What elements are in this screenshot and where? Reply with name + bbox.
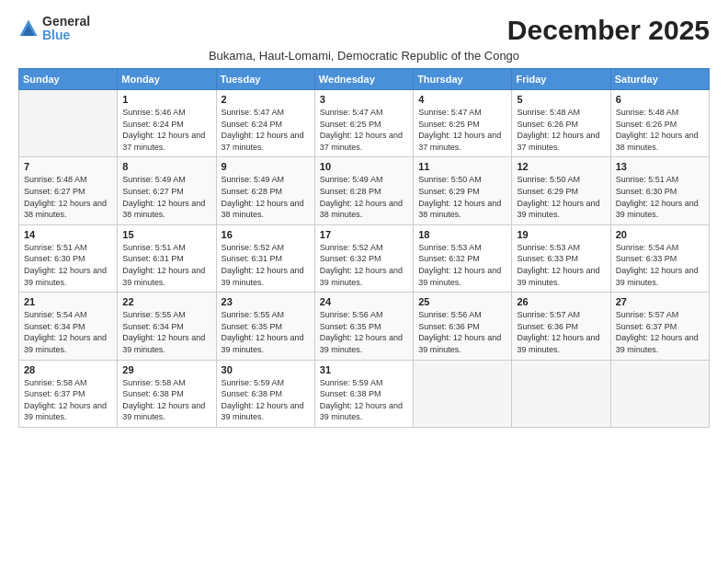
day-info: Sunrise: 5:48 AMSunset: 6:26 PMDaylight:… xyxy=(616,107,704,153)
daylight-text: Daylight: 12 hours and 39 minutes. xyxy=(616,199,699,220)
calendar-cell: 29Sunrise: 5:58 AMSunset: 6:38 PMDayligh… xyxy=(118,360,216,427)
daylight-text: Daylight: 12 hours and 37 minutes. xyxy=(517,131,599,152)
sunset-text: Sunset: 6:24 PM xyxy=(122,120,184,129)
day-number: 28 xyxy=(24,364,112,375)
day-info: Sunrise: 5:59 AMSunset: 6:38 PMDaylight:… xyxy=(222,377,310,423)
day-number: 1 xyxy=(122,94,210,105)
day-info: Sunrise: 5:57 AMSunset: 6:37 PMDaylight:… xyxy=(616,309,704,355)
sunrise-text: Sunrise: 5:46 AM xyxy=(122,108,186,117)
sunrise-text: Sunrise: 5:48 AM xyxy=(616,108,679,117)
sunset-text: Sunset: 6:37 PM xyxy=(616,322,677,331)
calendar-cell xyxy=(19,90,118,157)
sunrise-text: Sunrise: 5:48 AM xyxy=(24,175,87,184)
daylight-text: Daylight: 12 hours and 39 minutes. xyxy=(517,199,599,220)
calendar-cell: 3Sunrise: 5:47 AMSunset: 6:25 PMDaylight… xyxy=(314,90,413,157)
day-number: 22 xyxy=(122,296,210,307)
sunset-text: Sunset: 6:27 PM xyxy=(122,187,184,196)
daylight-text: Daylight: 12 hours and 39 minutes. xyxy=(616,266,699,287)
daylight-text: Daylight: 12 hours and 37 minutes. xyxy=(122,131,205,152)
sunrise-text: Sunrise: 5:55 AM xyxy=(222,310,285,319)
day-info: Sunrise: 5:51 AMSunset: 6:30 PMDaylight:… xyxy=(24,242,112,288)
day-info: Sunrise: 5:54 AMSunset: 6:34 PMDaylight:… xyxy=(24,309,112,355)
daylight-text: Daylight: 12 hours and 39 minutes. xyxy=(418,266,501,287)
daylight-text: Daylight: 12 hours and 38 minutes. xyxy=(320,199,403,220)
sunset-text: Sunset: 6:27 PM xyxy=(24,187,85,196)
day-info: Sunrise: 5:47 AMSunset: 6:24 PMDaylight:… xyxy=(222,107,310,153)
sunset-text: Sunset: 6:28 PM xyxy=(320,187,381,196)
calendar-week-5: 28Sunrise: 5:58 AMSunset: 6:37 PMDayligh… xyxy=(19,360,710,427)
sunset-text: Sunset: 6:35 PM xyxy=(222,322,283,331)
day-number: 30 xyxy=(222,364,310,375)
sunrise-text: Sunrise: 5:54 AM xyxy=(24,310,87,319)
daylight-text: Daylight: 12 hours and 39 minutes. xyxy=(418,333,501,354)
sunrise-text: Sunrise: 5:57 AM xyxy=(616,310,679,319)
day-number: 14 xyxy=(24,229,112,240)
day-number: 24 xyxy=(320,296,408,307)
day-info: Sunrise: 5:56 AMSunset: 6:36 PMDaylight:… xyxy=(418,309,506,355)
daylight-text: Daylight: 12 hours and 39 minutes. xyxy=(517,266,599,287)
sunset-text: Sunset: 6:35 PM xyxy=(320,322,381,331)
day-number: 3 xyxy=(320,94,408,105)
sunset-text: Sunset: 6:32 PM xyxy=(320,254,381,263)
calendar-cell: 5Sunrise: 5:48 AMSunset: 6:26 PMDaylight… xyxy=(512,90,610,157)
day-number: 2 xyxy=(222,94,310,105)
day-number: 20 xyxy=(616,229,704,240)
day-info: Sunrise: 5:54 AMSunset: 6:33 PMDaylight:… xyxy=(616,242,704,288)
col-wednesday: Wednesday xyxy=(314,69,413,90)
sunrise-text: Sunrise: 5:49 AM xyxy=(222,175,285,184)
sunrise-text: Sunrise: 5:49 AM xyxy=(122,175,186,184)
calendar-cell: 23Sunrise: 5:55 AMSunset: 6:35 PMDayligh… xyxy=(216,293,314,360)
day-number: 21 xyxy=(24,296,112,307)
day-number: 26 xyxy=(517,296,605,307)
sunset-text: Sunset: 6:29 PM xyxy=(517,187,578,196)
day-number: 12 xyxy=(517,161,605,172)
day-info: Sunrise: 5:53 AMSunset: 6:32 PMDaylight:… xyxy=(418,242,506,288)
sunrise-text: Sunrise: 5:51 AM xyxy=(24,243,87,252)
daylight-text: Daylight: 12 hours and 39 minutes. xyxy=(24,266,107,287)
page: General Blue December 2025 Bukama, Haut-… xyxy=(0,0,728,563)
calendar-cell: 22Sunrise: 5:55 AMSunset: 6:34 PMDayligh… xyxy=(118,293,216,360)
day-number: 25 xyxy=(418,296,506,307)
sunrise-text: Sunrise: 5:47 AM xyxy=(222,108,285,117)
day-info: Sunrise: 5:58 AMSunset: 6:38 PMDaylight:… xyxy=(122,377,210,423)
calendar-cell: 25Sunrise: 5:56 AMSunset: 6:36 PMDayligh… xyxy=(414,293,512,360)
daylight-text: Daylight: 12 hours and 39 minutes. xyxy=(320,266,403,287)
calendar-cell: 6Sunrise: 5:48 AMSunset: 6:26 PMDaylight… xyxy=(610,90,709,157)
daylight-text: Daylight: 12 hours and 39 minutes. xyxy=(616,333,699,354)
day-number: 7 xyxy=(24,161,112,172)
calendar-cell: 18Sunrise: 5:53 AMSunset: 6:32 PMDayligh… xyxy=(414,224,512,292)
calendar-cell: 28Sunrise: 5:58 AMSunset: 6:37 PMDayligh… xyxy=(19,360,118,427)
sunset-text: Sunset: 6:34 PM xyxy=(24,322,85,331)
title-area: December 2025 xyxy=(507,15,710,45)
calendar-cell: 2Sunrise: 5:47 AMSunset: 6:24 PMDaylight… xyxy=(216,90,314,157)
day-info: Sunrise: 5:50 AMSunset: 6:29 PMDaylight:… xyxy=(517,174,605,220)
sunset-text: Sunset: 6:33 PM xyxy=(616,254,677,263)
col-friday: Friday xyxy=(512,69,610,90)
daylight-text: Daylight: 12 hours and 39 minutes. xyxy=(222,333,304,354)
calendar-cell: 21Sunrise: 5:54 AMSunset: 6:34 PMDayligh… xyxy=(19,293,118,360)
calendar-cell: 30Sunrise: 5:59 AMSunset: 6:38 PMDayligh… xyxy=(216,360,314,427)
sunset-text: Sunset: 6:26 PM xyxy=(517,120,578,129)
day-number: 17 xyxy=(320,229,408,240)
calendar-week-4: 21Sunrise: 5:54 AMSunset: 6:34 PMDayligh… xyxy=(19,293,710,360)
daylight-text: Daylight: 12 hours and 39 minutes. xyxy=(24,333,107,354)
calendar-cell: 10Sunrise: 5:49 AMSunset: 6:28 PMDayligh… xyxy=(314,157,413,224)
daylight-text: Daylight: 12 hours and 37 minutes. xyxy=(222,131,304,152)
day-info: Sunrise: 5:53 AMSunset: 6:33 PMDaylight:… xyxy=(517,242,605,288)
calendar-cell: 27Sunrise: 5:57 AMSunset: 6:37 PMDayligh… xyxy=(610,293,709,360)
sunset-text: Sunset: 6:38 PM xyxy=(122,389,184,398)
day-info: Sunrise: 5:56 AMSunset: 6:35 PMDaylight:… xyxy=(320,309,408,355)
header: General Blue December 2025 xyxy=(18,15,710,45)
daylight-text: Daylight: 12 hours and 38 minutes. xyxy=(122,199,205,220)
calendar-cell: 19Sunrise: 5:53 AMSunset: 6:33 PMDayligh… xyxy=(512,224,610,292)
sunset-text: Sunset: 6:26 PM xyxy=(616,120,677,129)
day-info: Sunrise: 5:55 AMSunset: 6:35 PMDaylight:… xyxy=(222,309,310,355)
sunset-text: Sunset: 6:36 PM xyxy=(517,322,578,331)
daylight-text: Daylight: 12 hours and 39 minutes. xyxy=(320,333,403,354)
day-info: Sunrise: 5:51 AMSunset: 6:30 PMDaylight:… xyxy=(616,174,704,220)
calendar-cell: 1Sunrise: 5:46 AMSunset: 6:24 PMDaylight… xyxy=(118,90,216,157)
calendar-cell: 17Sunrise: 5:52 AMSunset: 6:32 PMDayligh… xyxy=(314,224,413,292)
col-saturday: Saturday xyxy=(610,69,709,90)
daylight-text: Daylight: 12 hours and 39 minutes. xyxy=(122,401,205,422)
logo-words: General Blue xyxy=(42,15,90,43)
